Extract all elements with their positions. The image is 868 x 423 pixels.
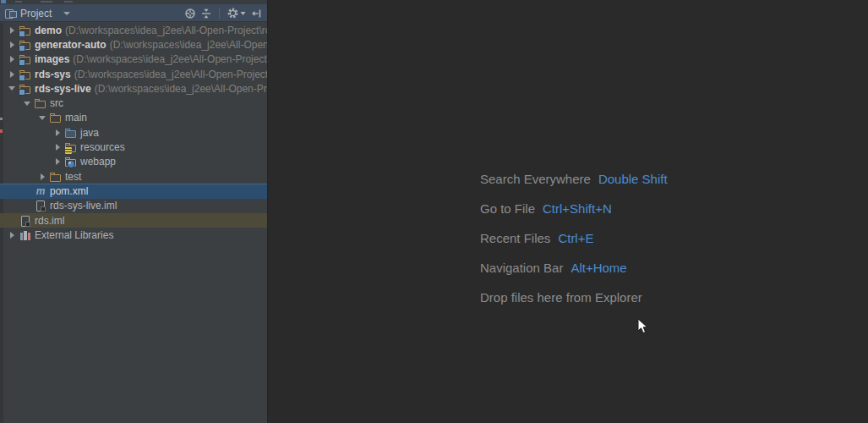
tree-item-label: webapp xyxy=(80,156,116,168)
hint-shortcut: Ctrl+E xyxy=(558,231,593,245)
hint-label: Go to File xyxy=(480,201,535,216)
editor-empty-area[interactable]: Search Everywhere Double Shift Go to Fil… xyxy=(267,0,868,423)
tree-item-resources[interactable]: resources xyxy=(0,140,267,154)
mouse-cursor xyxy=(637,318,648,334)
toolbar-separator xyxy=(219,8,220,19)
navbar-fragment xyxy=(64,1,73,3)
iml-file-icon xyxy=(19,214,32,228)
project-view-icon xyxy=(5,8,16,19)
hint-search-everywhere: Search Everywhere Double Shift xyxy=(480,170,668,187)
hint-label: Recent Files xyxy=(480,231,550,245)
chevron-right-icon[interactable] xyxy=(5,67,19,81)
tree-item-label: rds-sys-live.iml xyxy=(50,200,117,212)
iml-file-icon xyxy=(34,199,47,212)
chevron-right-icon[interactable] xyxy=(51,140,64,154)
folder-icon xyxy=(49,170,63,184)
navbar-fragment xyxy=(15,1,22,3)
chevron-down-icon xyxy=(240,11,246,16)
navbar-fragment xyxy=(41,1,52,3)
chevron-spacer xyxy=(5,213,19,228)
chevron-right-icon[interactable] xyxy=(51,155,64,169)
hint-drop-files: Drop files here from Explorer xyxy=(480,288,668,305)
chevron-right-icon[interactable] xyxy=(51,125,64,140)
chevron-down-icon[interactable] xyxy=(5,81,19,96)
tree-item-label: resources xyxy=(80,141,125,153)
tree-item-label: main xyxy=(65,112,87,124)
shortcut-hints: Search Everywhere Double Shift Go to Fil… xyxy=(480,170,668,305)
tree-item-label: src xyxy=(50,97,63,109)
hint-label: Drop files here from Explorer xyxy=(480,290,642,305)
chevron-down-icon[interactable] xyxy=(35,111,49,125)
folder-icon xyxy=(49,111,63,124)
chevron-down-icon[interactable] xyxy=(20,96,34,110)
hint-shortcut: Double Shift xyxy=(598,172,668,186)
tree-item-path: (D:\workspaces\idea_j2ee\All-Open-Projec… xyxy=(73,53,267,65)
tool-window-title: Project xyxy=(20,8,52,19)
tree-item-label: java xyxy=(80,127,99,139)
tree-item-demo[interactable]: demo (D:\workspaces\idea_j2ee\All-Open-P… xyxy=(0,23,267,37)
tree-item-rds-sys-live[interactable]: rds-sys-live (D:\workspaces\idea_j2ee\Al… xyxy=(0,81,267,96)
maven-file-icon: m xyxy=(34,184,47,198)
tree-item-path: (D:\workspaces\idea_j2ee\All-Open-Projec… xyxy=(65,25,267,36)
webapp-folder-icon xyxy=(64,155,78,168)
tree-item-label: rds-sys-live xyxy=(35,83,91,95)
project-tool-window: Project xyxy=(0,4,267,423)
tree-item-label: images xyxy=(35,53,69,65)
tree-item-label: pom.xml xyxy=(50,185,88,197)
tree-item-label: rds.iml xyxy=(35,215,64,227)
library-icon xyxy=(19,228,32,242)
chevron-spacer xyxy=(20,184,34,198)
module-folder-icon xyxy=(19,24,32,37)
chevron-down-icon[interactable] xyxy=(63,12,70,15)
tree-item-label: rds-sys xyxy=(35,69,71,80)
tree-item-src[interactable]: src xyxy=(0,96,267,110)
tree-item-webapp[interactable]: webapp xyxy=(0,155,267,169)
collapse-all-icon[interactable] xyxy=(200,8,212,19)
hint-label: Navigation Bar xyxy=(480,261,563,275)
navbar-fragment-icon xyxy=(1,0,6,3)
tree-item-path: (D:\workspaces\idea_j2ee\All-Open-Projec… xyxy=(74,69,267,80)
module-folder-icon xyxy=(19,82,32,96)
module-folder-icon xyxy=(19,38,32,52)
hint-shortcut: Ctrl+Shift+N xyxy=(543,201,612,216)
module-folder-icon xyxy=(19,52,32,66)
project-tool-window-header[interactable]: Project xyxy=(0,4,267,22)
tree-item-label: demo xyxy=(35,25,62,36)
tree-item-path: (D:\workspaces\idea_j2ee\All-Open- xyxy=(110,39,267,51)
chevron-right-icon[interactable] xyxy=(5,228,19,242)
tree-item-rds-sys[interactable]: rds-sys (D:\workspaces\idea_j2ee\All-Ope… xyxy=(0,67,267,81)
chevron-right-icon[interactable] xyxy=(5,37,19,52)
source-folder-icon xyxy=(64,126,78,140)
project-tree: demo (D:\workspaces\idea_j2ee\All-Open-P… xyxy=(0,23,267,242)
tree-item-rds-iml[interactable]: rds.iml xyxy=(0,213,267,228)
tree-item-rds-sys-live-iml[interactable]: rds-sys-live.iml xyxy=(0,199,267,213)
tree-item-java[interactable]: java xyxy=(0,125,267,140)
tree-item-generator-auto[interactable]: generator-auto (D:\workspaces\idea_j2ee\… xyxy=(0,37,267,52)
folder-icon xyxy=(34,96,47,110)
hint-recent-files: Recent Files Ctrl+E xyxy=(480,229,668,246)
tree-item-test[interactable]: test xyxy=(0,169,267,184)
tree-item-label: generator-auto xyxy=(35,39,106,51)
tree-item-pom-xml[interactable]: m pom.xml xyxy=(0,184,267,198)
resources-folder-icon xyxy=(64,140,78,154)
settings-gear-icon[interactable] xyxy=(227,7,246,19)
tree-item-external-libraries[interactable]: External Libraries xyxy=(0,228,267,242)
hide-panel-icon[interactable] xyxy=(250,8,262,19)
hint-label: Search Everywhere xyxy=(480,172,591,186)
tree-item-main[interactable]: main xyxy=(0,111,267,125)
tree-item-label: test xyxy=(65,171,81,183)
tree-item-images[interactable]: images (D:\workspaces\idea_j2ee\All-Open… xyxy=(0,52,267,67)
tree-item-label: External Libraries xyxy=(35,229,113,241)
hint-go-to-file: Go to File Ctrl+Shift+N xyxy=(480,200,668,217)
hint-shortcut: Alt+Home xyxy=(570,261,626,275)
locate-icon[interactable] xyxy=(184,8,196,19)
chevron-right-icon[interactable] xyxy=(5,23,19,37)
module-folder-icon xyxy=(19,68,32,81)
hint-navigation-bar: Navigation Bar Alt+Home xyxy=(480,259,668,276)
chevron-right-icon[interactable] xyxy=(5,52,19,67)
chevron-right-icon[interactable] xyxy=(35,169,49,184)
chevron-spacer xyxy=(20,199,34,213)
tree-item-path: (D:\workspaces\idea_j2ee\All-Open-Proj xyxy=(95,83,267,95)
